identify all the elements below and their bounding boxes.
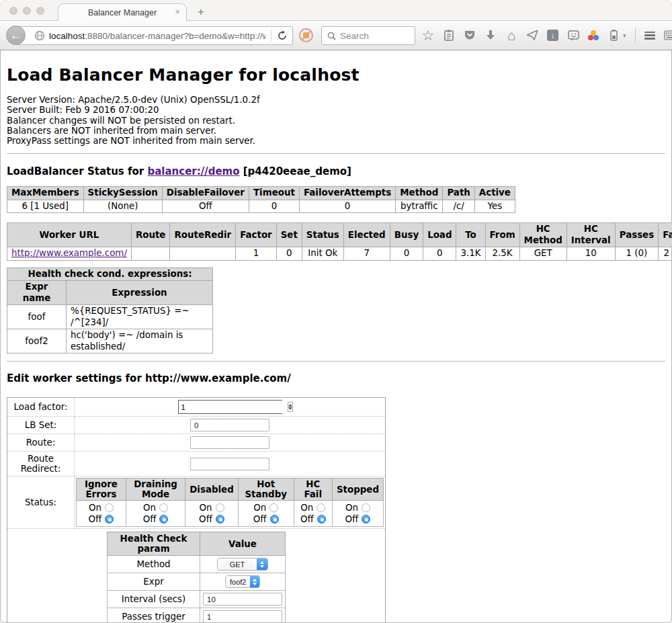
- hc-passes-input[interactable]: [203, 610, 282, 623]
- page-title: Load Balancer Manager for localhost: [7, 65, 665, 85]
- cell-disablefailover: Off: [162, 200, 249, 213]
- load-factor-input[interactable]: [178, 400, 282, 414]
- close-window-button[interactable]: [9, 7, 17, 15]
- clipboard-icon[interactable]: [443, 29, 455, 42]
- route-input[interactable]: [190, 436, 269, 449]
- tab-close-icon[interactable]: ×: [175, 7, 180, 17]
- col-busy: Busy: [390, 223, 423, 247]
- reload-icon[interactable]: [277, 30, 288, 41]
- table-row: foof %{REQUEST_STATUS} =~ /^[234]/: [7, 305, 213, 329]
- home-icon[interactable]: ⌂: [505, 29, 517, 42]
- balancer-demo-link[interactable]: balancer://demo: [147, 165, 239, 177]
- feedback-smiley-icon[interactable]: [567, 29, 579, 42]
- save-to-pocket-icon[interactable]: ↓: [547, 30, 558, 41]
- load-factor-field[interactable]: [179, 401, 288, 413]
- url-text[interactable]: localhost:8880/balancer-manager?b=demo&w…: [49, 31, 265, 41]
- col-fails: Fails: [659, 223, 672, 247]
- col-method: Method: [396, 187, 443, 200]
- radio-label-off: Off: [345, 513, 359, 525]
- radio-stopped-off[interactable]: [362, 515, 370, 524]
- radio-disabled-on[interactable]: [216, 503, 224, 512]
- cell-load: 0: [423, 247, 456, 261]
- col-hc-param: Health Check param: [108, 532, 200, 556]
- cell-hc-method: GET: [519, 247, 566, 261]
- col-status: Status: [302, 223, 343, 247]
- status-options-table: Ignore Errors Draining Mode Disabled Hot…: [76, 478, 384, 527]
- radio-draining-mode-off[interactable]: [159, 515, 168, 524]
- col-hc-interval: HC Interval: [566, 223, 615, 247]
- col-stopped: Stopped: [332, 479, 383, 501]
- radio-hc-fail-off[interactable]: [317, 515, 326, 524]
- pocket-icon[interactable]: [464, 29, 476, 42]
- keyboard-icon[interactable]: [664, 29, 672, 42]
- toolbar-divider: [635, 28, 636, 43]
- divider: [7, 153, 665, 154]
- url-bar[interactable]: localhost:8880/balancer-manager?b=demo&w…: [16, 26, 293, 45]
- back-arrow-icon: ←: [10, 29, 22, 42]
- route-redirect-input[interactable]: [190, 458, 269, 470]
- server-built-line: Server Built: Feb 9 2016 07:00:20: [7, 105, 665, 115]
- radio-label-on: On: [345, 502, 358, 513]
- col-load: Load: [423, 223, 456, 247]
- select-arrows-icon: [257, 558, 267, 570]
- radio-ignore-errors-off[interactable]: [105, 515, 114, 524]
- route-redirect-label: Route Redirect:: [7, 452, 75, 476]
- col-route: Route: [131, 223, 170, 247]
- radio-label-off: Off: [89, 513, 102, 525]
- radio-stopped-on[interactable]: [362, 503, 370, 512]
- toolbar-icons: ☆ ⌂ ↓ ▾: [422, 21, 672, 50]
- radio-hot-standby-off[interactable]: [270, 515, 279, 524]
- nav-toolbar: ← localhost:8880/balancer-manager?b=demo…: [0, 21, 672, 50]
- radio-label-off: Off: [300, 513, 314, 525]
- radio-disabled-off[interactable]: [216, 515, 224, 524]
- chevron-down-icon[interactable]: ▾: [623, 32, 626, 39]
- cell-elected: 7: [343, 247, 390, 261]
- radio-hc-fail-on[interactable]: [317, 503, 325, 512]
- downloads-icon[interactable]: [485, 29, 497, 42]
- minimize-window-button[interactable]: [23, 7, 31, 15]
- content-block-icon[interactable]: [299, 28, 313, 42]
- table-row: foof2 hc('body') =~ /domain is establish…: [7, 329, 213, 354]
- load-factor-label: Load factor:: [7, 398, 75, 417]
- proxypass-note-line: ProxyPass settings are NOT inherited fro…: [7, 136, 665, 146]
- search-placeholder: Search: [340, 31, 369, 41]
- cell-maxmembers: 6 [1 Used]: [7, 200, 84, 213]
- col-failoverattempts: FailoverAttempts: [299, 187, 395, 200]
- status-cell-ignore-errors: On Off: [77, 501, 126, 527]
- radio-ignore-errors-on[interactable]: [105, 503, 114, 512]
- color-dots-icon[interactable]: [588, 30, 599, 41]
- col-expression: Expression: [67, 281, 213, 305]
- cell-from: 2.5K: [485, 247, 519, 261]
- col-expr-name: Expr name: [7, 281, 67, 305]
- url-divider: [271, 30, 271, 42]
- bookmark-star-icon[interactable]: ☆: [422, 29, 434, 42]
- menu-icon[interactable]: [644, 32, 655, 40]
- number-stepper-icon[interactable]: [288, 402, 293, 412]
- radio-draining-mode-on[interactable]: [159, 503, 168, 512]
- hc-expr-select[interactable]: foof2: [225, 575, 260, 588]
- balancer-status-table: MaxMembers StickySession DisableFailover…: [7, 186, 515, 213]
- device-battery-icon[interactable]: [607, 29, 620, 42]
- lb-set-label: LB Set:: [7, 417, 75, 434]
- lb-set-input[interactable]: [190, 419, 269, 431]
- globe-icon: [34, 30, 45, 41]
- hc-interval-input[interactable]: [203, 593, 282, 606]
- col-hc-fail: HC Fail: [294, 479, 332, 501]
- back-button[interactable]: ←: [6, 26, 26, 45]
- col-active: Active: [474, 187, 515, 200]
- search-input[interactable]: Search: [321, 26, 415, 45]
- new-tab-button[interactable]: +: [194, 5, 208, 19]
- cell-passes: 1 (0): [615, 247, 658, 261]
- send-icon[interactable]: [526, 29, 538, 42]
- hc-method-label: Method: [108, 556, 200, 573]
- route-label: Route:: [7, 434, 75, 452]
- worker-url-link[interactable]: http://www.example.com/: [11, 248, 127, 258]
- cell-hc-interval: 10: [566, 247, 615, 261]
- radio-hot-standby-on[interactable]: [269, 503, 278, 512]
- down-arrow-icon: ↓: [551, 31, 555, 40]
- zoom-window-button[interactable]: [36, 7, 44, 15]
- hc-method-select[interactable]: GET: [217, 558, 268, 571]
- inherit-note-line: Balancers are NOT inherited from main se…: [7, 126, 665, 136]
- tab-balancer-manager[interactable]: Balancer Manager ×: [58, 3, 187, 21]
- radio-label-on: On: [89, 502, 101, 513]
